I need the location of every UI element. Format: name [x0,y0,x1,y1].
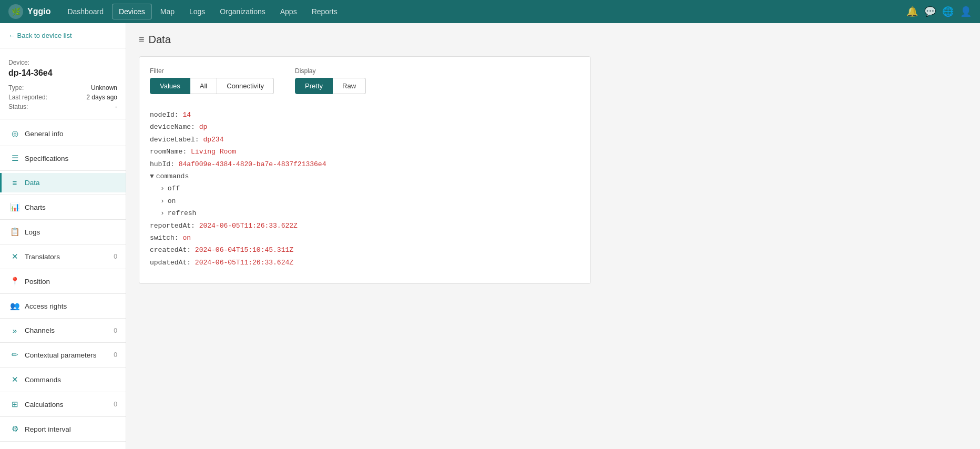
filter-group: Filter Values All Connectivity [150,67,274,94]
reportedat-key: reportedAt: [150,220,195,232]
calculations-badge: 0 [114,401,117,408]
layout: ← Back to device list Device: dp-14-36e4… [0,23,980,449]
divider-8 [0,318,126,319]
meta-last-reported: Last reported: 2 days ago [8,94,117,101]
nav-logs[interactable]: Logs [183,4,211,19]
divider-5 [0,244,126,244]
sidebar-item-access-rights[interactable]: 👥 Access rights [0,296,126,316]
user-icon[interactable]: 👤 [960,6,972,17]
topnav: 🌿 Yggio Dashboard Devices Map Logs Organ… [0,0,980,23]
divider-9 [0,342,126,343]
sidebar-item-calculations-label: Calculations [25,401,108,409]
data-switch-row: switch: on [150,232,580,244]
sidebar-item-channels-label: Channels [25,326,108,334]
cmd-on-expand-icon[interactable]: › [160,195,165,207]
device-label: Device: [8,59,117,66]
general-info-icon: ◎ [10,129,19,138]
logo-text: Yggio [27,7,50,16]
roomname-key: roomName: [150,146,187,158]
back-section: ← Back to device list [0,32,126,48]
sidebar-item-report-interval[interactable]: ⚙ Report interval [0,419,126,439]
sidebar-item-data[interactable]: ≡ Data [0,173,126,192]
cmd-refresh-row: › refresh [160,207,580,219]
switch-key: switch: [150,232,179,244]
data-hubid-row: hubId: 84af009e-4384-4820-ba7e-4837f2133… [150,158,580,170]
sidebar-item-commands-label: Commands [25,376,117,384]
logs-icon: 📋 [10,227,19,237]
divider-12 [0,416,126,417]
back-to-device-list-link[interactable]: ← Back to device list [8,32,117,39]
device-info: Device: dp-14-36e4 Type: Unknown Last re… [0,55,126,119]
data-content: nodeId: 14 deviceName: dp deviceLabel: d… [150,105,580,273]
sidebar-item-contextual-parameters-label: Contextual parameters [25,351,108,359]
sidebar-item-general-info[interactable]: ◎ General info [0,124,126,144]
reportedat-val: 2024-06-05T11:26:33.622Z [199,220,298,232]
display-raw-btn[interactable]: Raw [333,78,366,94]
createdat-key: createdAt: [150,244,191,256]
display-pretty-btn[interactable]: Pretty [295,78,333,94]
cmd-off-expand-icon[interactable]: › [160,182,165,195]
sidebar-item-channels[interactable]: » Channels 0 [0,321,126,340]
globe-icon[interactable]: 🌐 [942,6,954,17]
nav-dashboard[interactable]: Dashboard [61,4,110,19]
position-icon: 📍 [10,277,19,286]
sidebar-item-charts[interactable]: 📊 Charts [0,197,126,217]
device-name: dp-14-36e4 [8,68,117,78]
data-icon: ≡ [10,178,19,187]
sidebar-item-position-label: Position [25,278,117,285]
nodeid-key: nodeId: [150,109,179,121]
nav-apps[interactable]: Apps [274,4,303,19]
calculations-icon: ⊞ [10,400,19,409]
meta-type-key: Type: [8,84,24,91]
filter-all-btn[interactable]: All [190,78,217,94]
cmd-on-label: on [168,195,176,207]
sidebar-item-calculations[interactable]: ⊞ Calculations 0 [0,394,126,414]
nav-devices[interactable]: Devices [112,4,152,19]
data-nodeid-row: nodeId: 14 [150,109,580,121]
sidebar-item-contextual-parameters[interactable]: ✏ Contextual parameters 0 [0,345,126,365]
main-content: ≡ Data Filter Values All Connectivity Di… [126,23,980,449]
cmd-refresh-expand-icon[interactable]: › [160,207,165,219]
topnav-icons: 🔔 💬 🌐 👤 [906,6,972,17]
sidebar-item-tools[interactable]: ⚙ Tools [0,444,126,449]
contextual-parameters-icon: ✏ [10,350,19,360]
nav-reports[interactable]: Reports [305,4,344,19]
hubid-val: 84af009e-4384-4820-ba7e-4837f21336e4 [179,158,326,170]
nav-organizations[interactable]: Organizations [213,4,271,19]
filter-btn-group: Values All Connectivity [150,78,274,94]
sidebar-item-logs[interactable]: 📋 Logs [0,222,126,242]
sidebar-item-charts-label: Charts [25,203,117,211]
createdat-val: 2024-06-04T15:10:45.311Z [195,244,293,256]
updatedat-val: 2024-06-05T11:26:33.624Z [195,257,293,269]
divider-4 [0,219,126,220]
data-devicelabel-row: deviceLabel: dp234 [150,134,580,146]
sidebar-item-translators[interactable]: ✕ Translators 0 [0,247,126,267]
filter-connectivity-btn[interactable]: Connectivity [217,78,274,94]
hubid-key: hubId: [150,158,175,170]
page-title: ≡ Data [139,34,967,46]
divider-13 [0,441,126,442]
commands-collapse-icon[interactable]: ▼ [150,170,154,182]
sidebar-item-data-label: Data [25,179,117,187]
cmd-refresh-label: refresh [168,207,197,219]
divider-3 [0,195,126,195]
sidebar-item-position[interactable]: 📍 Position [0,271,126,291]
charts-icon: 📊 [10,202,19,212]
nav-map[interactable]: Map [154,4,181,19]
meta-status-key: Status: [8,103,28,110]
data-devicename-row: deviceName: dp [150,121,580,133]
cmd-off-row: › off [160,182,580,195]
contextual-parameters-badge: 0 [114,351,117,359]
updatedat-key: updatedAt: [150,257,191,269]
commands-key: commands [156,170,189,182]
data-roomname-row: roomName: Living Room [150,146,580,158]
devicelabel-key: deviceLabel: [150,134,199,146]
sidebar-item-specifications[interactable]: ☰ Specifications [0,148,126,168]
data-updatedat-row: updatedAt: 2024-06-05T11:26:33.624Z [150,257,580,269]
divider-11 [0,392,126,392]
filter-values-btn[interactable]: Values [150,78,190,94]
sidebar-item-commands[interactable]: ✕ Commands [0,370,126,390]
bell-icon[interactable]: 🔔 [906,6,918,17]
display-group: Display Pretty Raw [295,67,366,94]
chat-icon[interactable]: 💬 [924,6,936,17]
